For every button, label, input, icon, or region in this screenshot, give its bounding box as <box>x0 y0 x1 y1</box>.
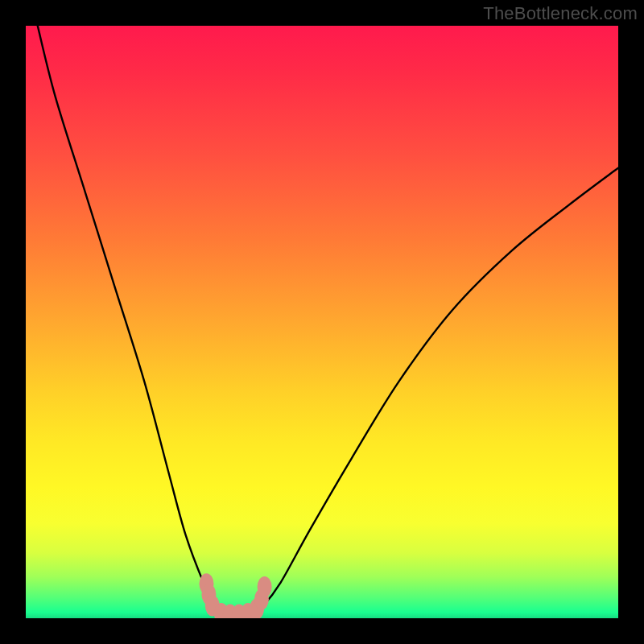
curve-layer <box>26 26 618 618</box>
watermark-text: TheBottleneck.com <box>483 3 638 24</box>
plot-area <box>26 26 618 618</box>
chart-frame: TheBottleneck.com <box>0 0 644 644</box>
highlight-markers <box>199 573 271 618</box>
highlight-marker <box>258 576 272 597</box>
bottleneck-curve <box>38 26 618 616</box>
